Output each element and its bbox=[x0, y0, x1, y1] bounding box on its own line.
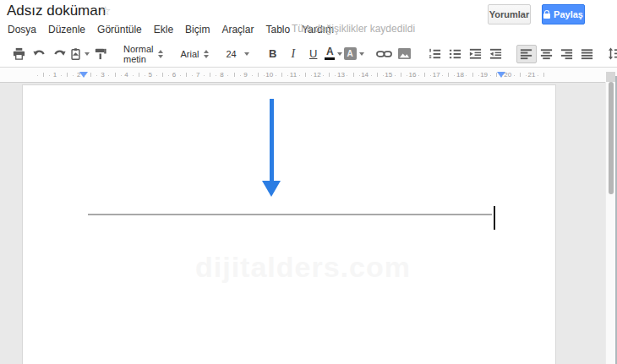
left-indent-marker[interactable] bbox=[79, 72, 88, 78]
line-spacing-icon bbox=[607, 46, 617, 61]
ruler-number: 15 bbox=[385, 71, 392, 79]
ruler-tick bbox=[371, 75, 372, 76]
text-cursor bbox=[494, 206, 495, 230]
decrease-indent-button[interactable] bbox=[466, 45, 486, 63]
lock-icon bbox=[543, 14, 550, 19]
align-left-button[interactable] bbox=[516, 45, 537, 63]
ruler-tick bbox=[234, 73, 235, 77]
ruler[interactable]: 123456789101112131415161718192021 bbox=[0, 68, 617, 83]
ruler-tick bbox=[287, 75, 288, 76]
underline-button[interactable]: U bbox=[303, 45, 324, 63]
paste-button[interactable] bbox=[69, 45, 90, 63]
paint-format-button[interactable] bbox=[90, 45, 110, 63]
numbered-list-button[interactable] bbox=[425, 45, 445, 63]
ruler-tick bbox=[526, 75, 527, 76]
increase-indent-icon bbox=[489, 46, 503, 61]
ruler-tick bbox=[85, 75, 85, 76]
menu-dosya[interactable]: Dosya bbox=[2, 22, 42, 37]
menu-tablo[interactable]: Tablo bbox=[259, 22, 296, 37]
star-icon[interactable]: ☆ bbox=[100, 3, 111, 19]
ruler-number: 20 bbox=[504, 71, 511, 79]
ruler-number: 16 bbox=[409, 71, 417, 79]
ruler-tick bbox=[424, 73, 425, 77]
ruler-tick bbox=[186, 73, 187, 77]
share-button[interactable]: Paylaş bbox=[542, 4, 585, 24]
ruler-number: 18 bbox=[456, 71, 464, 79]
ruler-tick bbox=[139, 73, 139, 77]
ruler-tick bbox=[252, 75, 253, 76]
paint-format-icon bbox=[93, 46, 107, 61]
font-dropdown[interactable]: Arial bbox=[177, 49, 212, 59]
ruler-tick bbox=[442, 75, 443, 76]
paragraph-style-dropdown[interactable]: Normal metin bbox=[120, 44, 167, 64]
text-color-button[interactable]: A bbox=[324, 45, 344, 63]
line-spacing-button[interactable] bbox=[608, 45, 617, 63]
ruler-tick bbox=[49, 75, 50, 76]
comments-button[interactable]: Yorumlar bbox=[488, 4, 531, 24]
ruler-tick bbox=[192, 75, 193, 76]
menu-goruntule[interactable]: Görüntüle bbox=[91, 22, 148, 37]
ruler-tick bbox=[490, 75, 491, 76]
numbered-list-icon bbox=[428, 46, 442, 61]
ruler-tick bbox=[156, 75, 157, 76]
down-arrow-shape[interactable] bbox=[270, 99, 274, 182]
font-size-dropdown[interactable]: 24 bbox=[222, 49, 252, 59]
ruler-tick bbox=[216, 75, 216, 76]
ruler-tick bbox=[240, 75, 241, 76]
bold-button[interactable]: B bbox=[263, 45, 283, 63]
align-center-button[interactable] bbox=[537, 45, 557, 63]
scrollbar-thumb[interactable] bbox=[609, 82, 614, 194]
align-left-icon bbox=[519, 46, 533, 61]
ruler-tick bbox=[323, 75, 324, 76]
print-icon bbox=[12, 46, 26, 61]
bulleted-list-icon bbox=[448, 46, 462, 61]
ruler-tick bbox=[168, 75, 169, 76]
bulleted-list-button[interactable] bbox=[445, 45, 466, 63]
ruler-tick bbox=[478, 75, 479, 76]
highlight-color-icon: A bbox=[344, 47, 357, 60]
document-title[interactable]: Adsız doküman bbox=[7, 3, 106, 19]
ruler-tick bbox=[121, 75, 122, 76]
toolbar: Normal metin Arial 24 B I U A A bbox=[0, 41, 617, 68]
menu-araclar[interactable]: Araçlar bbox=[216, 22, 259, 37]
ruler-tick bbox=[299, 75, 300, 76]
dropdown-icon bbox=[244, 52, 249, 56]
insert-link-button[interactable] bbox=[374, 45, 395, 63]
menu-ekle[interactable]: Ekle bbox=[148, 22, 179, 37]
ruler-tick bbox=[454, 75, 455, 76]
highlight-color-button[interactable]: A bbox=[344, 45, 364, 63]
ruler-tick bbox=[43, 73, 44, 77]
ruler-tick bbox=[204, 75, 205, 76]
menu-bicim[interactable]: Biçim bbox=[179, 22, 216, 37]
ruler-tick bbox=[335, 75, 336, 76]
print-button[interactable] bbox=[8, 45, 29, 63]
ruler-number: 8 bbox=[220, 71, 223, 79]
justify-button[interactable] bbox=[577, 45, 598, 63]
undo-button[interactable] bbox=[29, 45, 49, 63]
ruler-number: 10 bbox=[265, 71, 273, 79]
menu-duzenle[interactable]: Düzenle bbox=[42, 22, 91, 37]
undo-icon bbox=[32, 46, 46, 61]
ruler-tick bbox=[311, 75, 312, 76]
ruler-number: 13 bbox=[337, 71, 345, 79]
ruler-tick bbox=[377, 73, 378, 77]
increase-indent-button[interactable] bbox=[486, 45, 506, 63]
insert-image-button[interactable] bbox=[395, 45, 415, 63]
italic-button[interactable]: I bbox=[283, 45, 303, 63]
ruler-tick bbox=[96, 75, 97, 76]
align-right-button[interactable] bbox=[557, 45, 577, 63]
align-right-icon bbox=[560, 46, 574, 61]
ruler-tick bbox=[305, 73, 306, 77]
down-arrow-head[interactable] bbox=[262, 181, 281, 197]
dropdown-icon bbox=[359, 52, 364, 56]
ruler-number: 7 bbox=[196, 71, 199, 79]
ruler-tick bbox=[61, 75, 62, 76]
ruler-tick bbox=[115, 73, 116, 77]
redo-button[interactable] bbox=[49, 45, 69, 63]
ruler-tick bbox=[395, 75, 396, 76]
horizontal-rule[interactable] bbox=[88, 214, 492, 215]
ruler-tick bbox=[496, 73, 497, 77]
ruler-tick bbox=[276, 75, 276, 76]
ruler-tick bbox=[543, 73, 544, 77]
document-page[interactable]: dijitalders.com bbox=[22, 84, 556, 364]
